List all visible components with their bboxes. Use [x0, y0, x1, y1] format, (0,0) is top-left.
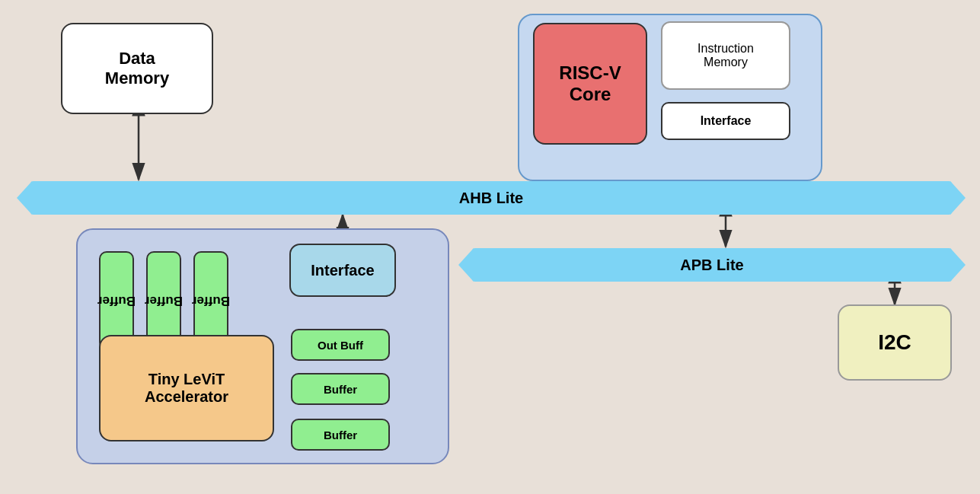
out-buff-label: Out Buff — [318, 339, 363, 352]
buffer-right-1: Buffer — [291, 373, 390, 405]
interface-riscv-box: Interface — [661, 102, 790, 140]
buffer-right-2: Buffer — [291, 419, 390, 451]
apb-label: APB Lite — [680, 257, 743, 274]
buffer3-label: Buffer — [192, 293, 230, 308]
interface-accel-label: Interface — [311, 262, 374, 279]
i2c-label: I2C — [878, 330, 911, 355]
i2c-box: I2C — [838, 304, 952, 381]
apb-bus: APB Lite — [472, 248, 952, 282]
buffer2-label: Buffer — [145, 293, 183, 308]
ahb-label: AHB Lite — [459, 190, 523, 207]
buffer1-label: Buffer — [97, 293, 136, 308]
instruction-memory-label: InstructionMemory — [697, 42, 754, 69]
riscv-core-box: RISC-VCore — [533, 23, 647, 145]
interface-accel-box: Interface — [289, 244, 396, 297]
buffer-right1-label: Buffer — [324, 383, 357, 396]
ahb-bus: AHB Lite — [30, 181, 952, 215]
data-memory-label: DataMemory — [105, 49, 169, 88]
instruction-memory-box: InstructionMemory — [661, 21, 790, 90]
levit-box: Tiny LeViTAccelerator — [99, 335, 274, 441]
levit-label: Tiny LeViTAccelerator — [145, 371, 228, 406]
riscv-core-label: RISC-VCore — [559, 62, 621, 105]
out-buff-box: Out Buff — [291, 329, 390, 361]
buffer-right2-label: Buffer — [324, 429, 357, 441]
interface-riscv-label: Interface — [701, 114, 752, 128]
data-memory-box: DataMemory — [61, 23, 213, 114]
